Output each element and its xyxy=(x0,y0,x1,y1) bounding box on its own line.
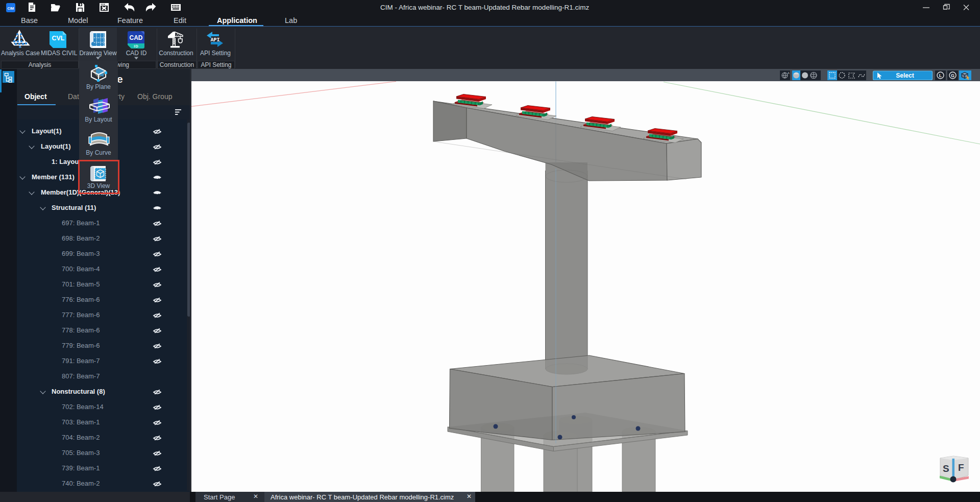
svg-text:G: G xyxy=(951,73,954,78)
svg-text:CIM: CIM xyxy=(8,7,14,10)
svg-text:A: A xyxy=(788,71,790,75)
svg-text:Select: Select xyxy=(896,72,914,79)
svg-text:CVL: CVL xyxy=(52,35,65,42)
svg-text:ID: ID xyxy=(134,44,139,49)
svg-text:F: F xyxy=(958,462,964,473)
svg-text:CAD: CAD xyxy=(130,34,143,41)
svg-text:API: API xyxy=(210,37,219,43)
svg-text:S: S xyxy=(943,463,949,474)
svg-text:L: L xyxy=(939,73,942,78)
